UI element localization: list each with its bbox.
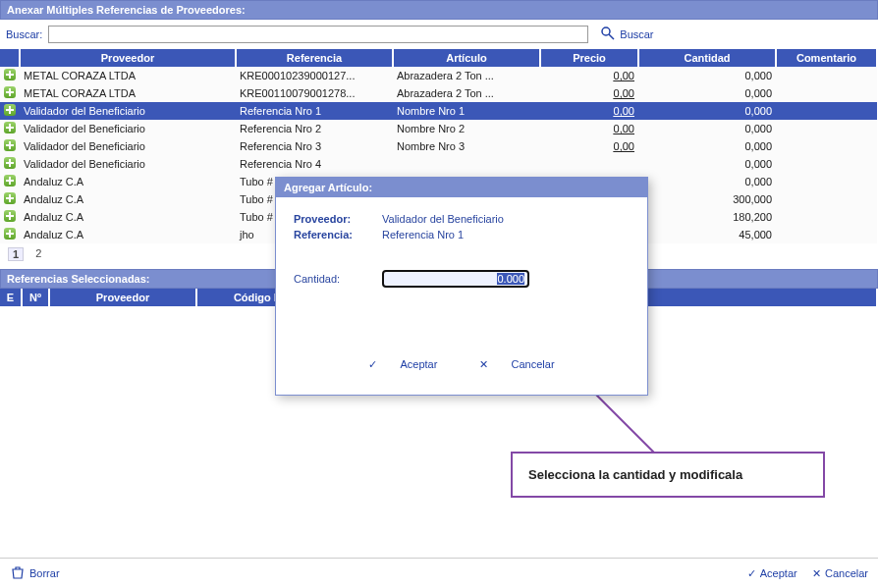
add-row-icon[interactable] <box>0 137 20 155</box>
add-row-icon[interactable] <box>0 208 20 226</box>
col-precio[interactable]: Precio <box>540 49 638 67</box>
cell-cantidad: 0,000 <box>638 67 776 84</box>
cell-articulo: Abrazadera 2 Ton ... <box>393 67 540 84</box>
check-icon: ✓ <box>747 567 756 580</box>
scol-n[interactable]: Nº <box>22 289 49 306</box>
cell-precio[interactable]: 0,00 <box>540 102 638 120</box>
x-icon: ✕ <box>479 358 488 370</box>
cell-cantidad: 0,000 <box>638 84 776 102</box>
dialog-referencia-value: Referencia Nro 1 <box>382 229 464 241</box>
col-cantidad[interactable]: Cantidad <box>638 49 776 67</box>
table-row[interactable]: Validador del BeneficiarioReferencia Nro… <box>0 137 877 155</box>
table-row[interactable]: METAL CORAZA LTDAKRE00010239000127...Abr… <box>0 67 877 84</box>
cell-precio[interactable]: 0,00 <box>540 120 638 137</box>
dialog-cantidad-input[interactable] <box>382 270 529 288</box>
cell-comentario <box>776 208 877 226</box>
cell-referencia: KRE00110079001278... <box>236 84 393 102</box>
add-row-icon[interactable] <box>0 155 20 173</box>
cell-precio[interactable]: 0,00 <box>540 67 638 84</box>
cell-comentario <box>776 67 877 84</box>
add-row-icon[interactable] <box>0 226 20 243</box>
table-row[interactable]: Validador del BeneficiarioReferencia Nro… <box>0 102 877 120</box>
cell-proveedor: METAL CORAZA LTDA <box>20 84 236 102</box>
col-articulo[interactable]: Artículo <box>393 49 540 67</box>
check-icon: ✓ <box>368 358 377 370</box>
cell-cantidad: 0,000 <box>638 173 776 190</box>
dialog-referencia-label: Referencia: <box>294 229 382 241</box>
add-article-dialog: Agregar Artículo: Proveedor: Validador d… <box>275 177 648 396</box>
cell-precio[interactable]: 0,00 <box>540 84 638 102</box>
dialog-proveedor-value: Validador del Beneficiario <box>382 213 504 225</box>
cell-comentario <box>776 173 877 190</box>
cell-proveedor: Andaluz C.A <box>20 208 236 226</box>
svg-point-0 <box>602 27 610 35</box>
delete-label: Borrar <box>29 567 60 579</box>
cell-comentario <box>776 102 877 120</box>
pager-page-1[interactable]: 1 <box>8 247 24 261</box>
table-row[interactable]: METAL CORAZA LTDAKRE00110079001278...Abr… <box>0 84 877 102</box>
trash-icon <box>10 564 26 582</box>
cell-cantidad: 180,200 <box>638 208 776 226</box>
cell-proveedor: METAL CORAZA LTDA <box>20 67 236 84</box>
table-row[interactable]: Validador del BeneficiarioReferencia Nro… <box>0 155 877 173</box>
add-row-icon[interactable] <box>0 173 20 190</box>
cell-proveedor: Validador del Beneficiario <box>20 120 236 137</box>
svg-line-1 <box>609 34 614 39</box>
cell-proveedor: Andaluz C.A <box>20 173 236 190</box>
col-referencia[interactable]: Referencia <box>236 49 393 67</box>
cell-cantidad: 0,000 <box>638 102 776 120</box>
search-button-label: Buscar <box>620 28 653 40</box>
search-label: Buscar: <box>6 28 42 40</box>
cell-comentario <box>776 137 877 155</box>
cell-comentario <box>776 155 877 173</box>
cell-articulo <box>393 155 540 173</box>
search-icon <box>600 26 616 43</box>
cell-comentario <box>776 226 877 243</box>
x-icon: ✕ <box>812 567 821 580</box>
pager-page-2[interactable]: 2 <box>35 247 41 261</box>
dialog-cancel-label: Cancelar <box>512 358 555 370</box>
dialog-cantidad-label: Cantidad: <box>294 273 382 285</box>
cell-referencia: Referencia Nro 1 <box>236 102 393 120</box>
add-row-icon[interactable] <box>0 120 20 137</box>
cell-cantidad: 300,000 <box>638 190 776 208</box>
cell-proveedor: Andaluz C.A <box>20 226 236 243</box>
cell-proveedor: Andaluz C.A <box>20 190 236 208</box>
dialog-proveedor-label: Proveedor: <box>294 213 382 225</box>
cell-comentario <box>776 84 877 102</box>
cell-cantidad: 0,000 <box>638 120 776 137</box>
scol-proveedor[interactable]: Proveedor <box>49 289 196 306</box>
cell-referencia: KRE00010239000127... <box>236 67 393 84</box>
add-row-icon[interactable] <box>0 190 20 208</box>
scol-e[interactable]: E <box>0 289 22 306</box>
cell-articulo: Abrazadera 2 Ton ... <box>393 84 540 102</box>
col-proveedor[interactable]: Proveedor <box>20 49 236 67</box>
footer-accept-button[interactable]: ✓ Aceptar <box>747 567 797 580</box>
col-comentario[interactable]: Comentario <box>776 49 877 67</box>
delete-button[interactable]: Borrar <box>10 564 60 582</box>
cell-referencia: Referencia Nro 3 <box>236 137 393 155</box>
footer-cancel-button[interactable]: ✕ Cancelar <box>812 567 868 580</box>
dialog-accept-button[interactable]: ✓ Aceptar <box>358 358 450 370</box>
search-input[interactable] <box>48 26 588 43</box>
table-row[interactable]: Validador del BeneficiarioReferencia Nro… <box>0 120 877 137</box>
cell-cantidad: 0,000 <box>638 155 776 173</box>
cell-comentario <box>776 190 877 208</box>
search-button[interactable]: Buscar <box>600 26 653 43</box>
dialog-title: Agregar Artículo: <box>276 178 647 197</box>
cell-cantidad: 0,000 <box>638 137 776 155</box>
panel-title: Anexar Múltiples Referencias de Proveedo… <box>0 0 878 20</box>
dialog-cancel-button[interactable]: ✕ Cancelar <box>469 358 564 370</box>
cell-articulo: Nombre Nro 2 <box>393 120 540 137</box>
add-row-icon[interactable] <box>0 102 20 120</box>
cell-proveedor: Validador del Beneficiario <box>20 155 236 173</box>
add-row-icon[interactable] <box>0 67 20 84</box>
cell-articulo: Nombre Nro 1 <box>393 102 540 120</box>
annotation-callout: Selecciona la cantidad y modificala <box>511 452 825 498</box>
cell-referencia: Referencia Nro 2 <box>236 120 393 137</box>
col-icon <box>0 49 20 67</box>
cell-precio[interactable]: 0,00 <box>540 137 638 155</box>
cell-precio[interactable] <box>540 155 638 173</box>
add-row-icon[interactable] <box>0 84 20 102</box>
footer-cancel-label: Cancelar <box>825 567 868 579</box>
